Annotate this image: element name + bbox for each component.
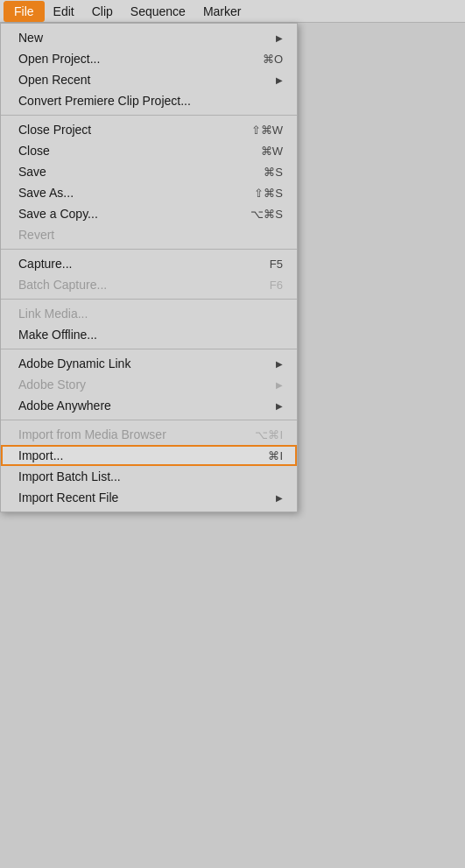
menu-item-capture-[interactable]: Capture...F5 [1, 253, 297, 274]
menu-item-save[interactable]: Save⌘S [1, 161, 297, 182]
menu-item-label: Batch Capture... [18, 278, 252, 292]
menu-item-label: Import... [18, 448, 250, 462]
menu-item-shortcut: ⌥⌘I [255, 428, 283, 441]
menu-item-adobe-anywhere[interactable]: Adobe Anywhere▶ [1, 395, 297, 416]
menu-item-label: New [18, 31, 269, 45]
menu-item-label: Save [18, 165, 246, 179]
menu-bar-item-file[interactable]: File [4, 1, 45, 22]
menu-section-3: Link Media...Make Offline... [1, 300, 297, 349]
menu-item-adobe-dynamic-link[interactable]: Adobe Dynamic Link▶ [1, 353, 297, 374]
menu-item-shortcut: F5 [270, 258, 283, 271]
menu-item-label: Import from Media Browser [18, 427, 237, 441]
menu-item-label: Import Batch List... [18, 469, 283, 483]
menu-section-2: Capture...F5Batch Capture...F6 [1, 250, 297, 300]
menu-item-import-[interactable]: Import...⌘I [1, 445, 297, 466]
menu-item-shortcut: ⌘O [263, 53, 283, 66]
menu-item-convert-premiere-clip-project-[interactable]: Convert Premiere Clip Project... [1, 90, 297, 111]
menu-item-label: Link Media... [18, 307, 283, 321]
menu-bar-item-sequence[interactable]: Sequence [122, 3, 194, 20]
menu-item-shortcut: ⇧⌘S [254, 187, 283, 200]
menu-item-import-batch-list-[interactable]: Import Batch List... [1, 466, 297, 487]
menu-item-label: Adobe Story [18, 378, 269, 392]
menu-item-shortcut: F6 [270, 279, 283, 292]
submenu-arrow-icon: ▶ [276, 33, 283, 43]
menu-item-label: Save a Copy... [18, 207, 233, 221]
menu-item-make-offline-[interactable]: Make Offline... [1, 324, 297, 345]
menu-item-label: Import Recent File [18, 490, 269, 505]
menu-bar: FileEditClipSequenceMarker [0, 0, 465, 23]
menu-item-close[interactable]: Close⌘W [1, 140, 297, 161]
menu-item-adobe-story: Adobe Story▶ [1, 374, 297, 395]
menu-item-label: Close Project [18, 123, 234, 137]
submenu-arrow-icon: ▶ [276, 493, 283, 503]
submenu-arrow-icon: ▶ [276, 401, 283, 411]
submenu-arrow-icon: ▶ [276, 75, 283, 85]
menu-section-5: Import from Media Browser⌥⌘IImport...⌘II… [1, 420, 297, 512]
menu-section-0: New▶Open Project...⌘OOpen Recent▶Convert… [1, 24, 297, 116]
menu-item-label: Open Project... [18, 52, 245, 66]
menu-item-open-recent[interactable]: Open Recent▶ [1, 69, 297, 90]
menu-item-save-a-copy-[interactable]: Save a Copy...⌥⌘S [1, 203, 297, 224]
menu-item-new[interactable]: New▶ [1, 27, 297, 48]
menu-item-label: Make Offline... [18, 328, 283, 342]
menu-item-batch-capture-: Batch Capture...F6 [1, 274, 297, 295]
menu-item-import-from-media-browser: Import from Media Browser⌥⌘I [1, 424, 297, 445]
submenu-arrow-icon: ▶ [276, 359, 283, 369]
menu-item-link-media-: Link Media... [1, 303, 297, 324]
menu-item-shortcut: ⌘S [264, 166, 283, 179]
menu-item-revert: Revert [1, 224, 297, 245]
menu-item-label: Convert Premiere Clip Project... [18, 94, 283, 108]
menu-bar-item-clip[interactable]: Clip [83, 3, 122, 20]
menu-item-label: Save As... [18, 186, 236, 200]
menu-item-label: Open Recent [18, 73, 269, 87]
menu-bar-item-marker[interactable]: Marker [194, 3, 250, 20]
menu-item-label: Capture... [18, 257, 252, 271]
menu-item-label: Adobe Anywhere [18, 399, 269, 413]
menu-bar-item-edit[interactable]: Edit [45, 3, 83, 20]
menu-item-shortcut: ⌘W [261, 145, 283, 158]
menu-item-label: Close [18, 144, 243, 158]
menu-item-shortcut: ⌘I [268, 449, 283, 462]
menu-item-shortcut: ⌥⌘S [250, 208, 283, 221]
menu-section-4: Adobe Dynamic Link▶Adobe Story▶Adobe Any… [1, 349, 297, 420]
menu-item-save-as-[interactable]: Save As...⇧⌘S [1, 182, 297, 203]
menu-item-close-project[interactable]: Close Project⇧⌘W [1, 119, 297, 140]
menu-section-1: Close Project⇧⌘WClose⌘WSave⌘SSave As...⇧… [1, 116, 297, 250]
submenu-arrow-icon: ▶ [276, 380, 283, 390]
menu-item-open-project-[interactable]: Open Project...⌘O [1, 48, 297, 69]
menu-item-import-recent-file[interactable]: Import Recent File▶ [1, 487, 297, 508]
file-dropdown-menu: New▶Open Project...⌘OOpen Recent▶Convert… [0, 23, 298, 512]
menu-item-label: Adobe Dynamic Link [18, 356, 269, 370]
menu-item-label: Revert [18, 228, 283, 242]
menu-item-shortcut: ⇧⌘W [251, 123, 283, 137]
